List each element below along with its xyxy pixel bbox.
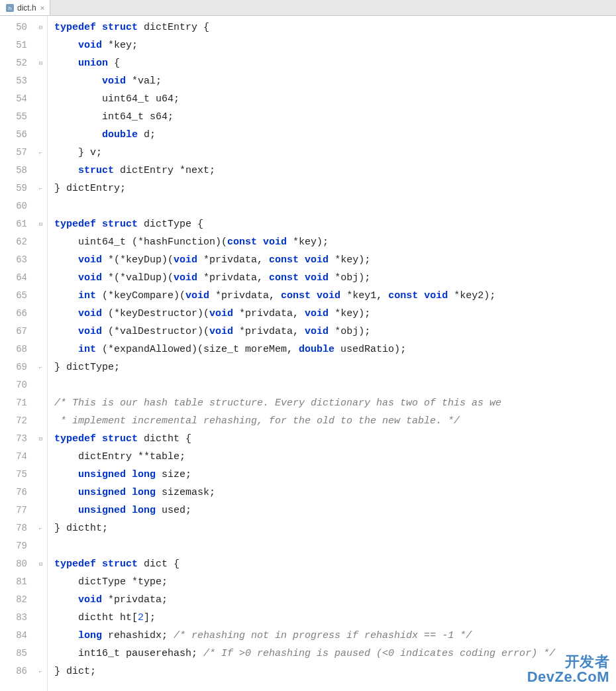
line-number: 52⊟: [0, 54, 47, 72]
fold-open-icon[interactable]: ⊟: [37, 435, 44, 443]
svg-text:h: h: [9, 5, 11, 11]
fold-close-icon[interactable]: ⌐: [37, 149, 44, 156]
code-line[interactable]: } dictEntry;: [54, 180, 616, 197]
close-icon[interactable]: ×: [40, 4, 44, 12]
line-number: 82: [0, 591, 47, 609]
code-line[interactable]: union {: [54, 54, 616, 72]
line-number: 79: [0, 537, 47, 555]
line-number: 65: [0, 287, 47, 305]
fold-close-icon[interactable]: ⌐: [37, 185, 44, 192]
line-number: 60: [0, 197, 47, 215]
fold-open-icon[interactable]: ⊟: [37, 560, 44, 568]
line-number: 61⊟: [0, 215, 47, 233]
code-line[interactable]: void *val;: [54, 72, 616, 90]
code-line[interactable]: dictEntry **table;: [54, 448, 616, 466]
line-number: 80⊟: [0, 555, 47, 573]
line-number: 57⌐: [0, 144, 47, 162]
code-line[interactable]: long rehashidx; /* rehashing not in prog…: [54, 627, 616, 645]
code-line[interactable]: * implement incremental rehashing, for t…: [54, 412, 616, 430]
fold-close-icon[interactable]: ⌐: [37, 364, 44, 371]
line-number: 86⌐: [0, 663, 47, 680]
line-number: 59⌐: [0, 180, 47, 197]
code-line[interactable]: [54, 197, 616, 215]
code-line[interactable]: uint64_t (*hashFunction)(const void *key…: [54, 233, 616, 251]
watermark-line2: DevZe.CoM: [527, 669, 609, 684]
code-line[interactable]: } dictType;: [54, 358, 616, 376]
line-number: 75: [0, 466, 47, 484]
code-line[interactable]: void (*valDestructor)(void *privdata, vo…: [54, 323, 616, 341]
line-number: 55: [0, 108, 47, 126]
code-line[interactable]: typedef struct dictEntry {: [54, 19, 616, 36]
line-number: 85: [0, 645, 47, 663]
code-line[interactable]: } v;: [54, 144, 616, 162]
line-number: 77: [0, 502, 47, 519]
line-number: 63: [0, 251, 47, 269]
code-editor[interactable]: 50⊟5152⊟5354555657⌐5859⌐6061⊟62636465666…: [0, 16, 616, 691]
line-number: 64: [0, 269, 47, 287]
watermark-line1: 开发者: [527, 654, 609, 669]
code-line[interactable]: uint64_t u64;: [54, 90, 616, 108]
tab-bar: h dict.h ×: [0, 0, 616, 16]
code-line[interactable]: int (*keyCompare)(void *privdata, const …: [54, 287, 616, 305]
line-number: 66: [0, 305, 47, 323]
line-number: 56: [0, 126, 47, 144]
code-line[interactable]: } dictht;: [54, 519, 616, 537]
line-number: 58: [0, 162, 47, 180]
c-header-file-icon: h: [5, 3, 15, 13]
line-number: 81: [0, 573, 47, 591]
watermark-logo: 开发者 DevZe.CoM: [527, 654, 609, 684]
line-number: 51: [0, 36, 47, 54]
line-number: 50⊟: [0, 19, 47, 36]
code-line[interactable]: unsigned long size;: [54, 466, 616, 484]
gutter: 50⊟5152⊟5354555657⌐5859⌐6061⊟62636465666…: [0, 16, 48, 691]
line-number: 70: [0, 376, 47, 394]
line-number: 71: [0, 394, 47, 412]
fold-close-icon[interactable]: ⌐: [37, 668, 44, 675]
tab-filename: dict.h: [17, 3, 36, 13]
code-line[interactable]: typedef struct dictht {: [54, 430, 616, 448]
code-line[interactable]: int64_t s64;: [54, 108, 616, 126]
line-number: 54: [0, 90, 47, 108]
code-line[interactable]: /* This is our hash table structure. Eve…: [54, 394, 616, 412]
code-line[interactable]: void *privdata;: [54, 591, 616, 609]
code-line[interactable]: int (*expandAllowed)(size_t moreMem, dou…: [54, 341, 616, 358]
code-line[interactable]: void *key;: [54, 36, 616, 54]
line-number: 62: [0, 233, 47, 251]
fold-open-icon[interactable]: ⊟: [37, 221, 44, 228]
code-area[interactable]: typedef struct dictEntry { void *key; un…: [48, 16, 616, 691]
fold-open-icon[interactable]: ⊟: [37, 24, 44, 31]
line-number: 78⌐: [0, 519, 47, 537]
code-line[interactable]: unsigned long used;: [54, 502, 616, 519]
code-line[interactable]: typedef struct dictType {: [54, 215, 616, 233]
fold-open-icon[interactable]: ⊟: [37, 60, 44, 67]
line-number: 83: [0, 609, 47, 627]
code-line[interactable]: unsigned long sizemask;: [54, 484, 616, 502]
file-tab[interactable]: h dict.h ×: [0, 0, 50, 15]
code-line[interactable]: void *(*valDup)(void *privdata, const vo…: [54, 269, 616, 287]
line-number: 84: [0, 627, 47, 645]
code-line[interactable]: void *(*keyDup)(void *privdata, const vo…: [54, 251, 616, 269]
code-line[interactable]: dictht ht[2];: [54, 609, 616, 627]
code-line[interactable]: struct dictEntry *next;: [54, 162, 616, 180]
line-number: 76: [0, 484, 47, 502]
code-line[interactable]: typedef struct dict {: [54, 555, 616, 573]
line-number: 68: [0, 341, 47, 358]
line-number: 67: [0, 323, 47, 341]
code-line[interactable]: double d;: [54, 126, 616, 144]
line-number: 53: [0, 72, 47, 90]
code-line[interactable]: [54, 537, 616, 555]
fold-close-icon[interactable]: ⌐: [37, 525, 44, 532]
code-line[interactable]: [54, 376, 616, 394]
line-number: 72: [0, 412, 47, 430]
code-line[interactable]: void (*keyDestructor)(void *privdata, vo…: [54, 305, 616, 323]
line-number: 69⌐: [0, 358, 47, 376]
line-number: 73⊟: [0, 430, 47, 448]
line-number: 74: [0, 448, 47, 466]
code-line[interactable]: dictType *type;: [54, 573, 616, 591]
